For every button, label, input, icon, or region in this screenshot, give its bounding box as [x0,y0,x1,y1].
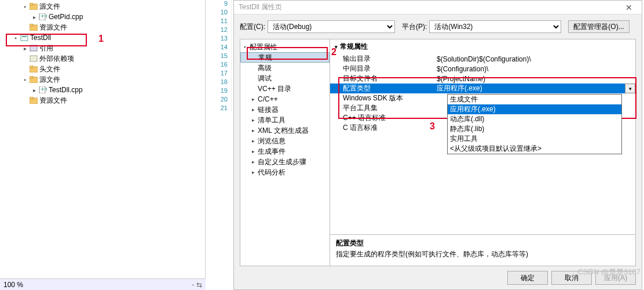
nav-label: 生成事件 [258,147,286,157]
tree-node[interactable]: ▪源文件 [0,1,205,12]
line-number: 20 [214,96,231,104]
svg-rect-9 [30,56,37,61]
line-number: 10 [214,9,231,17]
config-type-dropdown[interactable]: 生成文件应用程序(.exe)动态库(.dll)静态库(.lib)实用工具<从父级… [447,94,622,154]
nav-item[interactable]: ▸清单工具 [240,115,330,125]
tree-label: 资源文件 [39,96,67,106]
config-manager-button[interactable]: 配置管理器(O)... [568,20,629,33]
prop-value[interactable]: $(SolutionDir)$(Configuration)\ [434,55,635,63]
tree-label: 头文件 [39,64,60,74]
property-pages-dialog: TestDll 属性页 ✕ 配置(C): 活动(Debug) 平台(P): 活动… [233,0,642,290]
nav-item[interactable]: 调试 [240,73,330,84]
platform-select[interactable]: 活动(Win32) [429,20,561,33]
platform-label: 平台(P): [402,22,427,32]
nav-label: XML 文档生成器 [258,126,309,136]
nav-label: VC++ 目录 [258,84,291,94]
nav-item[interactable]: 高级 [240,63,330,73]
folder-icon [29,2,38,10]
nav-item[interactable]: ▸浏览信息 [240,136,330,146]
line-number: 11 [214,17,231,26]
desc-text: 指定要生成的程序类型(例如可执行文件、静态库，动态库等等) [336,249,630,259]
ok-button[interactable]: 确定 [507,271,548,285]
dropdown-option[interactable]: 实用工具 [448,134,621,144]
svg-rect-13 [30,76,33,78]
section-header: ▾ 常规属性 [330,39,635,54]
config-bar: 配置(C): 活动(Debug) 平台(P): 活动(Win32) 配置管理器(… [234,14,642,39]
config-select[interactable]: 活动(Debug) [268,20,395,33]
tree-label: 外部依赖项 [39,54,74,64]
cpp-icon: ++ [38,86,47,94]
tree-label: 资源文件 [39,23,67,32]
dialog-body: ▪配置属性常规高级调试VC++ 目录▸C/C++▸链接器▸清单工具▸XML 文档… [240,39,636,266]
solution-tree[interactable]: ▪源文件▸++GetPid.cpp资源文件▪TestDll▸引用外部依赖项头文件… [0,0,205,106]
folder-icon [29,96,38,104]
dropdown-option[interactable]: 动态库(.dll) [448,114,621,124]
nav-label: 浏览信息 [258,136,286,146]
svg-rect-17 [30,97,33,99]
highlight-2 [247,47,328,60]
dropdown-option[interactable]: <从父级或项目默认设置继承> [448,144,621,154]
tree-label: GetPid.cpp [49,13,83,21]
line-number: 18 [214,78,231,87]
tree-node[interactable]: 头文件 [0,64,205,74]
watermark: CSDN @楚楚3107 [577,267,641,277]
tree-node[interactable]: 外部依赖项 [0,53,205,64]
prop-key: 中间目录 [330,64,434,74]
svg-text:++: ++ [41,86,47,93]
property-row[interactable]: 输出目录$(SolutionDir)$(Configuration)\ [330,54,635,64]
section-title: 常规属性 [340,42,368,52]
tree-node[interactable]: 资源文件 [0,95,205,106]
nav-label: 调试 [258,74,272,84]
dropdown-option[interactable]: 应用程序(.exe) [448,104,621,114]
line-number: 14 [214,44,231,52]
nav-label: 自定义生成步骤 [258,157,306,167]
status-icons: ◦ ⇆ [192,281,202,289]
tree-label: TestDll.cpp [49,86,83,94]
line-number: 13 [214,35,231,44]
tree-node[interactable]: ▸++GetPid.cpp [0,12,205,22]
line-number: 19 [214,87,231,96]
cpp-icon: ++ [38,13,47,21]
tree-node[interactable]: 资源文件 [0,22,205,32]
nav-label: 高级 [258,63,272,73]
nav-item[interactable]: ▸代码分析 [240,167,330,177]
line-number: 15 [214,52,231,61]
dialog-title: TestDll 属性页 [239,2,282,12]
annotation-1: 1 [98,34,104,44]
tree-label: 源文件 [39,2,60,12]
folder-icon [29,23,38,31]
nav-item[interactable]: ▸生成事件 [240,146,330,157]
line-number: 9 [214,0,231,9]
description-pane: 配置类型 指定要生成的程序类型(例如可执行文件、静态库，动态库等等) [330,234,635,266]
dropdown-option[interactable]: 静态库(.lib) [448,124,621,134]
line-number: 12 [214,26,231,35]
tree-node[interactable]: ▸++TestDll.cpp [0,85,205,95]
prop-key: 输出目录 [330,54,434,64]
config-label: 配置(C): [240,22,265,32]
annotation-3: 3 [430,121,435,132]
line-number-gutter: 9101112131415161718192021 [214,0,232,113]
desc-title: 配置类型 [336,238,630,248]
dropdown-option[interactable]: 生成文件 [448,95,621,104]
nav-item[interactable]: ▸自定义生成步骤 [240,157,330,167]
prop-key: C 语言标准 [330,123,434,133]
svg-text:++: ++ [41,13,47,20]
highlight-1 [6,34,87,46]
svg-rect-5 [30,24,33,26]
nav-item[interactable]: VC++ 目录 [240,84,330,94]
nav-tree[interactable]: ▪配置属性常规高级调试VC++ 目录▸C/C++▸链接器▸清单工具▸XML 文档… [240,39,330,266]
property-panel: ▾ 常规属性 输出目录$(SolutionDir)$(Configuration… [330,39,635,266]
nav-item[interactable]: ▸XML 文档生成器 [240,125,330,136]
dialog-titlebar[interactable]: TestDll 属性页 ✕ [234,1,642,14]
property-row[interactable]: 中间目录$(Configuration)\ [330,64,635,74]
zoom-level: 100 % [3,281,23,289]
svg-rect-1 [30,3,33,5]
line-number: 21 [214,104,231,113]
prop-value[interactable]: $(Configuration)\ [434,65,635,73]
nav-item[interactable]: ▸链接器 [240,104,330,115]
tree-node[interactable]: ▪源文件 [0,74,205,85]
nav-item[interactable]: ▸C/C++ [240,94,330,104]
line-number: 16 [214,61,231,70]
close-icon[interactable]: ✕ [621,3,637,12]
nav-label: 链接器 [258,105,279,115]
